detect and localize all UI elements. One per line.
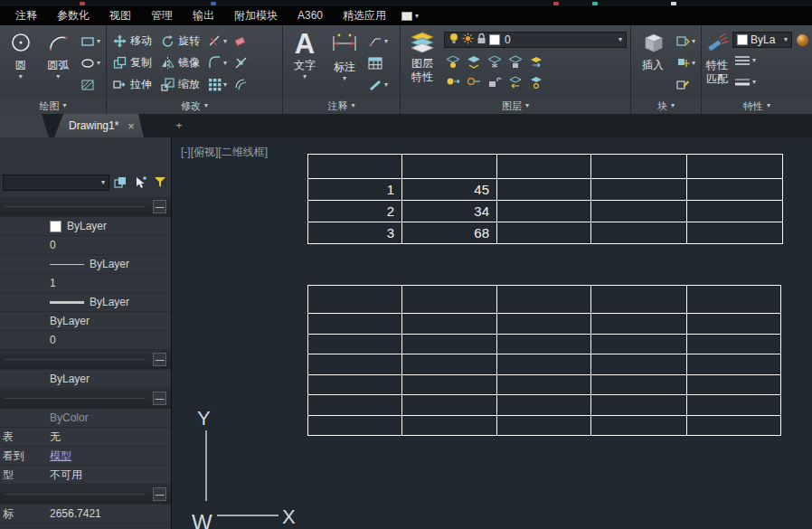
- menubar-item[interactable]: 输出: [183, 6, 224, 25]
- property-row[interactable]: ByLayer: [0, 255, 171, 274]
- layer-select[interactable]: 0 ▾: [444, 32, 627, 48]
- table-button[interactable]: [366, 53, 390, 72]
- fillet-button[interactable]: ▾: [206, 53, 229, 72]
- model-space-canvas[interactable]: [-][俯视][二维线框] 145234368 Y W X: [172, 137, 812, 529]
- property-row[interactable]: ByLayer: [0, 293, 171, 312]
- layer-prev-icon[interactable]: [508, 75, 523, 89]
- mirror-button[interactable]: 镜像: [158, 53, 203, 72]
- edit-attribute-button[interactable]: ▾: [675, 32, 697, 51]
- layer-properties-button[interactable]: 图层 特性: [404, 28, 440, 83]
- property-row[interactable]: ByLayer: [0, 217, 171, 236]
- quick-select-button[interactable]: [152, 175, 168, 191]
- panel-label-properties[interactable]: 特性 ▾: [702, 98, 812, 114]
- property-value[interactable]: ByLayer: [50, 315, 90, 327]
- trim-button[interactable]: ▾: [206, 32, 229, 51]
- layer-walk-icon[interactable]: [529, 75, 543, 89]
- palette-section-header[interactable]: —: [0, 350, 171, 370]
- block-editor-button[interactable]: [675, 75, 697, 94]
- property-row[interactable]: 0: [0, 331, 171, 350]
- arc-button[interactable]: 圆弧 ▾: [41, 28, 74, 80]
- property-value[interactable]: 0: [50, 239, 56, 251]
- layer-unlock-icon[interactable]: [487, 75, 502, 89]
- toggle-pickadd-button[interactable]: [113, 175, 129, 191]
- property-row[interactable]: 看到模型: [0, 447, 171, 466]
- layer-off-icon[interactable]: [446, 55, 460, 69]
- property-value[interactable]: 不可用: [50, 468, 82, 483]
- match-properties-button[interactable]: 特性 匹配: [705, 28, 729, 85]
- object-color-select[interactable]: ByLa ▾: [732, 32, 792, 48]
- layer-freeze-icon[interactable]: [487, 55, 502, 69]
- ellipse-button[interactable]: ▾: [79, 53, 102, 72]
- dimension-button[interactable]: 标注 ▾: [326, 28, 363, 82]
- circle-button[interactable]: 圆 ▾: [4, 28, 37, 80]
- layer-match-icon[interactable]: [529, 55, 543, 69]
- materials-sphere-icon[interactable]: [796, 33, 809, 47]
- collapse-icon[interactable]: —: [153, 200, 166, 213]
- property-value[interactable]: 2656.7421: [50, 507, 101, 520]
- array-button[interactable]: ▾: [206, 75, 229, 94]
- layer-isolate-icon[interactable]: [467, 55, 481, 69]
- panel-label-block[interactable]: 块 ▾: [631, 98, 702, 114]
- property-row[interactable]: 0: [0, 236, 171, 255]
- property-row[interactable]: ByLayer: [0, 370, 171, 389]
- rectangle-button[interactable]: ▾: [79, 32, 102, 51]
- menubar-item[interactable]: 视图: [99, 6, 141, 25]
- property-row[interactable]: ByLayer: [0, 312, 171, 331]
- markup-button[interactable]: ▾: [366, 75, 390, 94]
- insert-button[interactable]: 插入: [635, 28, 671, 71]
- layer-lock-icon[interactable]: [508, 55, 523, 69]
- offset-button[interactable]: [232, 75, 250, 94]
- property-row[interactable]: 1: [0, 274, 171, 293]
- property-value[interactable]: ByLayer: [90, 258, 129, 270]
- collapse-icon[interactable]: —: [153, 487, 166, 501]
- viewport-controls[interactable]: [-][俯视][二维线框]: [181, 145, 268, 160]
- layer-on-icon[interactable]: [446, 75, 460, 89]
- property-value[interactable]: 模型: [50, 449, 71, 464]
- panel-label-modify[interactable]: 修改 ▾: [107, 98, 283, 114]
- property-row[interactable]: 标2656.7421: [0, 505, 171, 524]
- menubar-item[interactable]: 管理: [141, 6, 183, 25]
- property-value[interactable]: ByLayer: [67, 220, 107, 232]
- menubar-item[interactable]: 精选应用: [333, 6, 396, 25]
- copy-button[interactable]: 复制: [110, 53, 155, 72]
- new-tab-button[interactable]: ＋: [172, 118, 186, 132]
- property-row[interactable]: ByColor: [0, 409, 171, 428]
- menubar-item[interactable]: A360: [288, 6, 333, 25]
- lineweight-button[interactable]: ▾: [732, 72, 809, 91]
- explode-button[interactable]: [232, 53, 250, 72]
- text-button[interactable]: A 文字 ▾: [287, 28, 323, 80]
- property-value[interactable]: ByLayer: [90, 296, 129, 308]
- linetype-list-button[interactable]: ▾: [732, 51, 809, 70]
- property-value[interactable]: 无: [50, 430, 61, 445]
- property-value[interactable]: ByLayer: [50, 373, 90, 385]
- ribbon-display-toggle[interactable]: ▾: [401, 12, 419, 21]
- palette-section-header[interactable]: —: [0, 389, 171, 409]
- move-button[interactable]: 移动: [110, 32, 155, 51]
- palette-section-header[interactable]: —: [0, 197, 171, 217]
- panel-label-layers[interactable]: 图层 ▾: [401, 98, 631, 114]
- menubar-item[interactable]: 注释: [5, 6, 47, 25]
- property-value[interactable]: 0: [50, 334, 56, 346]
- leader-button[interactable]: ▾: [366, 32, 390, 51]
- object-type-select[interactable]: ▾: [3, 175, 109, 191]
- scale-button[interactable]: 缩放: [158, 75, 203, 94]
- collapse-icon[interactable]: —: [153, 392, 166, 405]
- create-block-button[interactable]: ▾: [675, 53, 697, 72]
- stretch-button[interactable]: 拉伸: [110, 75, 155, 94]
- hatch-button[interactable]: [79, 75, 102, 94]
- property-row[interactable]: 表无: [0, 428, 171, 447]
- palette-section-header[interactable]: —: [0, 485, 171, 505]
- property-value[interactable]: 1: [50, 277, 56, 289]
- panel-label-annotate[interactable]: 注释 ▾: [283, 98, 401, 114]
- menubar-item[interactable]: 附加模块: [224, 6, 288, 25]
- close-icon[interactable]: ×: [127, 119, 135, 133]
- layer-thaw-icon[interactable]: [467, 75, 481, 89]
- menubar-item[interactable]: 参数化: [47, 6, 99, 25]
- collapse-icon[interactable]: —: [153, 353, 166, 366]
- erase-button[interactable]: [232, 32, 250, 51]
- select-objects-button[interactable]: [133, 175, 149, 191]
- partial-tab[interactable]: [0, 114, 49, 137]
- property-row[interactable]: 型不可用: [0, 466, 171, 485]
- property-value[interactable]: ByColor: [50, 411, 89, 424]
- tab-drawing1[interactable]: Drawing1* ×: [54, 114, 144, 137]
